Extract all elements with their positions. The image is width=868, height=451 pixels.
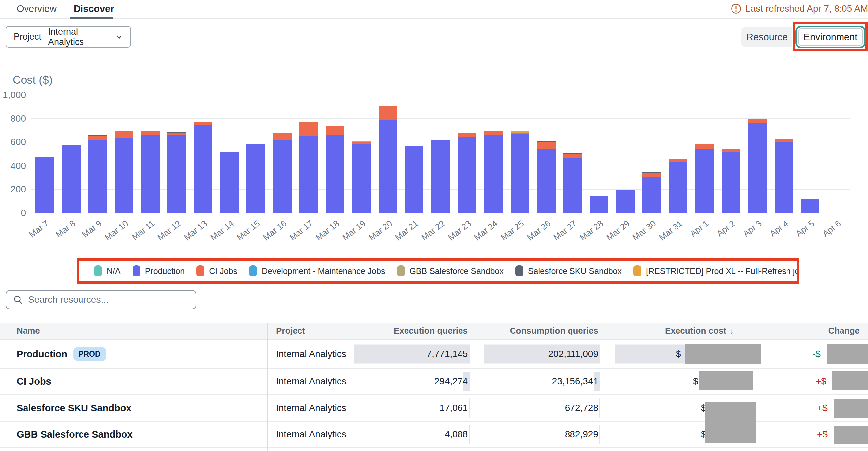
legend-item[interactable]: GBB Salesforce Sandbox xyxy=(397,265,503,277)
resource-name[interactable]: GBB Salesforce Sandbox xyxy=(17,429,132,440)
resource-search[interactable] xyxy=(6,290,196,309)
bar-mar-13[interactable] xyxy=(194,122,212,213)
column-header-name[interactable]: Name xyxy=(17,326,40,336)
bar-mar-17[interactable] xyxy=(300,122,318,213)
bar-segment[interactable] xyxy=(326,126,344,135)
legend-item[interactable]: Development - Maintenance Jobs xyxy=(249,265,385,277)
bar-apr-5[interactable] xyxy=(801,199,819,213)
project-filter-dropdown[interactable]: Project Internal Analytics xyxy=(6,26,131,48)
tab-discover[interactable]: Discover xyxy=(73,3,114,14)
bar-mar-28[interactable] xyxy=(590,196,608,213)
bar-mar-12[interactable] xyxy=(167,132,186,213)
bar-segment[interactable] xyxy=(748,123,767,213)
table-row[interactable]: Production PROD Internal Analytics 7,771… xyxy=(0,340,868,368)
bar-segment[interactable] xyxy=(616,190,635,213)
bar-segment[interactable] xyxy=(326,135,344,213)
group-by-environment-button[interactable]: Environment xyxy=(798,29,863,46)
bar-mar-11[interactable] xyxy=(141,131,160,213)
bar-segment[interactable] xyxy=(721,149,740,152)
bar-mar-9[interactable] xyxy=(88,135,107,213)
bar-apr-3[interactable] xyxy=(748,119,767,213)
bar-mar-23[interactable] xyxy=(458,133,476,213)
bar-mar-18[interactable] xyxy=(326,126,344,213)
bar-segment[interactable] xyxy=(141,131,160,136)
bar-segment[interactable] xyxy=(431,140,450,213)
bar-mar-25[interactable] xyxy=(510,131,529,213)
bar-segment[interactable] xyxy=(273,140,291,213)
resource-name[interactable]: Production PROD xyxy=(17,347,106,361)
column-header-consumption-queries[interactable]: Consumption queries xyxy=(510,326,598,336)
bar-segment[interactable] xyxy=(642,178,661,213)
bar-mar-27[interactable] xyxy=(563,153,582,213)
bar-segment[interactable] xyxy=(115,131,133,138)
column-header-execution-queries[interactable]: Execution queries xyxy=(394,326,468,336)
bar-segment[interactable] xyxy=(379,106,397,120)
bar-segment[interactable] xyxy=(88,136,107,140)
bar-segment[interactable] xyxy=(748,119,767,123)
bar-mar-16[interactable] xyxy=(273,133,291,213)
legend-item[interactable]: CI Jobs xyxy=(196,265,237,277)
bar-segment[interactable] xyxy=(273,133,291,140)
bar-segment[interactable] xyxy=(458,137,476,213)
bar-segment[interactable] xyxy=(669,162,687,213)
bar-segment[interactable] xyxy=(352,144,371,213)
bar-mar-24[interactable] xyxy=(484,131,503,213)
bar-segment[interactable] xyxy=(642,172,661,178)
bar-mar-14[interactable] xyxy=(220,152,239,213)
bar-mar-31[interactable] xyxy=(669,159,687,213)
bar-segment[interactable] xyxy=(695,149,714,213)
bar-segment[interactable] xyxy=(510,134,529,213)
table-row[interactable]: CI Jobs Internal Analytics 294,274 23,15… xyxy=(0,368,868,395)
bar-segment[interactable] xyxy=(590,196,608,213)
bar-segment[interactable] xyxy=(141,135,160,213)
bar-segment[interactable] xyxy=(801,199,819,213)
bar-segment[interactable] xyxy=(247,144,265,213)
legend-item[interactable]: N/A xyxy=(94,265,121,277)
bar-segment[interactable] xyxy=(167,135,186,213)
legend-item[interactable]: Production xyxy=(132,265,185,277)
bar-mar-7[interactable] xyxy=(35,157,54,213)
bar-segment[interactable] xyxy=(721,152,740,213)
column-header-project[interactable]: Project xyxy=(276,326,305,336)
bar-mar-26[interactable] xyxy=(537,141,556,213)
bar-mar-29[interactable] xyxy=(616,190,635,213)
search-input[interactable] xyxy=(28,294,189,305)
bar-mar-30[interactable] xyxy=(642,172,661,213)
bar-segment[interactable] xyxy=(537,142,556,149)
bar-segment[interactable] xyxy=(194,125,212,213)
column-header-change[interactable]: Change xyxy=(828,326,860,336)
legend-item[interactable]: [RESTRICTED] Prod XL -- Full-Refresh job… xyxy=(633,265,799,277)
resource-name[interactable]: CI Jobs xyxy=(17,376,51,387)
bar-segment[interactable] xyxy=(115,138,133,213)
bar-segment[interactable] xyxy=(62,145,81,213)
bar-mar-22[interactable] xyxy=(431,140,450,213)
bar-segment[interactable] xyxy=(775,139,793,142)
tab-overview[interactable]: Overview xyxy=(17,3,57,14)
bar-segment[interactable] xyxy=(220,152,239,213)
bar-segment[interactable] xyxy=(194,122,212,125)
bar-segment[interactable] xyxy=(563,154,582,158)
column-header-execution-cost[interactable]: Execution cost↓ xyxy=(665,326,734,336)
bar-mar-21[interactable] xyxy=(405,147,424,213)
bar-segment[interactable] xyxy=(695,144,714,149)
bar-segment[interactable] xyxy=(88,140,107,213)
bar-segment[interactable] xyxy=(484,131,503,134)
bar-segment[interactable] xyxy=(458,133,476,137)
bar-segment[interactable] xyxy=(669,159,687,162)
bar-mar-19[interactable] xyxy=(352,141,371,213)
bar-apr-4[interactable] xyxy=(775,139,793,213)
bar-segment[interactable] xyxy=(405,147,424,213)
bar-apr-2[interactable] xyxy=(721,149,740,213)
sort-descending-icon[interactable]: ↓ xyxy=(730,326,734,336)
bar-segment[interactable] xyxy=(563,158,582,213)
bar-mar-15[interactable] xyxy=(247,144,265,213)
legend-item[interactable]: Salesforce SKU Sandbox xyxy=(516,265,621,277)
bar-segment[interactable] xyxy=(775,142,793,213)
resource-name[interactable]: Salesforce SKU Sandbox xyxy=(17,402,131,414)
bar-segment[interactable] xyxy=(300,122,318,136)
bar-segment[interactable] xyxy=(379,120,397,213)
group-by-resource-button[interactable]: Resource xyxy=(741,28,793,47)
bar-segment[interactable] xyxy=(352,142,371,144)
bar-segment[interactable] xyxy=(35,157,54,213)
bar-mar-8[interactable] xyxy=(62,145,81,213)
